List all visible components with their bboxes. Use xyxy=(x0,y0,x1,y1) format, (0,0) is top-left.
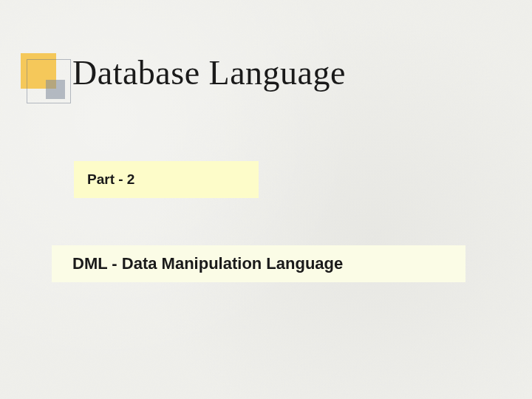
subtitle-box: DML - Data Manipulation Language xyxy=(52,245,466,282)
part-label-text: Part - 2 xyxy=(87,171,134,188)
slide-title: Database Language xyxy=(72,53,346,92)
part-label-box: Part - 2 xyxy=(74,161,259,198)
decor-square-gray xyxy=(46,80,65,99)
subtitle-text: DML - Data Manipulation Language xyxy=(72,254,343,273)
